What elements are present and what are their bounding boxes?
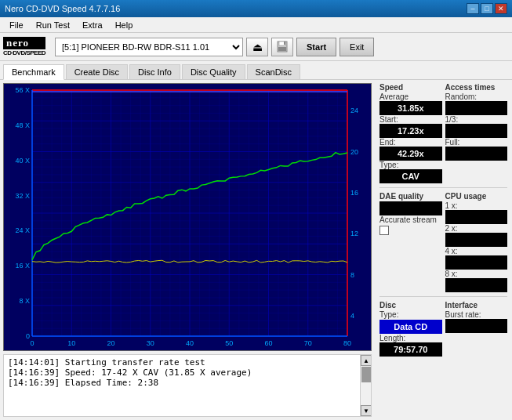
random-label: Random: xyxy=(445,92,508,101)
window-controls: – □ ✕ xyxy=(467,3,507,14)
disc-label: Disc xyxy=(379,301,442,310)
x1-value xyxy=(445,210,508,224)
speed-access-row: Speed Average 31.85x Start: 17.23x End: … xyxy=(379,83,507,183)
close-button[interactable]: ✕ xyxy=(495,3,507,14)
end-label: End: xyxy=(379,138,442,147)
disc-type-label: Type: xyxy=(379,310,442,319)
start-label: Start: xyxy=(379,115,442,124)
nero-logo: nero CD·DVD/SPEED xyxy=(3,37,45,56)
log-scroll-thumb[interactable] xyxy=(361,367,371,382)
one-third-label: 1/3: xyxy=(445,115,508,124)
tab-benchmark[interactable]: Benchmark xyxy=(3,64,64,80)
tab-disc-info[interactable]: Disc Info xyxy=(129,64,180,79)
x4-value xyxy=(445,255,508,270)
log-scroll-up[interactable]: ▲ xyxy=(361,355,372,366)
log-scrollbar: ▲ ▼ xyxy=(360,355,371,416)
log-text: [14:14:01] Starting transfer rate test [… xyxy=(4,355,360,416)
divider-1 xyxy=(379,187,507,188)
disc-type-value: Data CD xyxy=(379,320,442,334)
cpu-col: CPU usage 1 x: 2 x: 4 x: 8 x: xyxy=(445,192,508,292)
tab-create-disc[interactable]: Create Disc xyxy=(66,64,128,79)
start-button[interactable]: Start xyxy=(296,38,336,56)
x8-label: 8 x: xyxy=(445,270,508,278)
disc-length-value: 79:57.70 xyxy=(379,342,442,357)
tab-scan-disc[interactable]: ScanDisc xyxy=(247,64,300,79)
average-label: Average xyxy=(379,92,442,101)
interface-col: Interface Burst rate: xyxy=(445,301,508,357)
start-value: 17.23x xyxy=(379,124,442,138)
speed-col: Speed Average 31.85x Start: 17.23x End: … xyxy=(379,83,442,183)
accurate-stream-checkbox[interactable] xyxy=(379,226,389,235)
access-label: Access times xyxy=(445,83,508,92)
interface-label: Interface xyxy=(445,301,508,310)
tab-bar: Benchmark Create Disc Disc Info Disc Qua… xyxy=(0,61,512,80)
random-value xyxy=(445,101,508,115)
log-scroll-track xyxy=(361,366,371,405)
nero-logo-text: nero xyxy=(3,37,45,49)
svg-rect-2 xyxy=(278,47,286,51)
log-line: [14:16:39] Elapsed Time: 2:38 xyxy=(8,378,356,388)
drive-selector[interactable]: [5:1] PIONEER BD-RW BDR-S11 1.01 xyxy=(55,38,243,56)
dae-label: DAE quality xyxy=(379,192,442,201)
exit-button[interactable]: Exit xyxy=(340,38,374,56)
save-button[interactable] xyxy=(271,38,293,56)
type-label: Type: xyxy=(379,161,442,169)
disc-length-label: Length: xyxy=(379,334,442,342)
access-times-col: Access times Random: 1/3: Full: xyxy=(445,83,508,183)
minimize-button[interactable]: – xyxy=(467,3,479,14)
burst-value xyxy=(445,319,508,333)
toolbar: nero CD·DVD/SPEED [5:1] PIONEER BD-RW BD… xyxy=(0,33,512,61)
x1-label: 1 x: xyxy=(445,201,508,210)
dae-col: DAE quality Accurate stream xyxy=(379,192,442,292)
disc-col: Disc Type: Data CD Length: 79:57.70 xyxy=(379,301,442,357)
cpu-label: CPU usage xyxy=(445,192,508,201)
right-panel: Speed Average 31.85x Start: 17.23x End: … xyxy=(375,80,512,420)
log-line: [14:16:39] Speed: 17-42 X CAV (31.85 X a… xyxy=(8,368,356,378)
speed-chart xyxy=(4,84,372,351)
accurate-stream-label: Accurate stream xyxy=(379,215,442,224)
divider-2 xyxy=(379,296,507,297)
maximize-button[interactable]: □ xyxy=(481,3,493,14)
accurate-stream-row xyxy=(379,226,442,235)
title-bar: Nero CD-DVD Speed 4.7.7.16 – □ ✕ xyxy=(0,0,512,17)
disc-interface-row: Disc Type: Data CD Length: 79:57.70 Inte… xyxy=(379,301,507,357)
type-value: CAV xyxy=(379,169,442,183)
dae-value xyxy=(379,201,442,215)
x2-label: 2 x: xyxy=(445,224,508,233)
menu-help[interactable]: Help xyxy=(109,19,140,31)
full-label: Full: xyxy=(445,138,508,147)
eject-button[interactable]: ⏏ xyxy=(246,38,268,56)
end-value: 42.29x xyxy=(379,147,442,161)
svg-rect-3 xyxy=(284,42,285,45)
speed-label: Speed xyxy=(379,83,442,92)
chart-container xyxy=(3,83,372,351)
menu-run-test[interactable]: Run Test xyxy=(30,19,76,31)
main-content: [14:14:01] Starting transfer rate test [… xyxy=(0,80,512,420)
cpu-usage-row: DAE quality Accurate stream CPU usage 1 … xyxy=(379,192,507,292)
nero-logo-subtitle: CD·DVD/SPEED xyxy=(3,49,45,56)
chart-area: [14:14:01] Starting transfer rate test [… xyxy=(0,80,375,420)
log-line: [14:14:01] Starting transfer rate test xyxy=(8,357,356,368)
x2-value xyxy=(445,233,508,247)
x8-value xyxy=(445,278,508,292)
burst-label: Burst rate: xyxy=(445,310,508,319)
log-area: [14:14:01] Starting transfer rate test [… xyxy=(3,354,372,417)
menu-extra[interactable]: Extra xyxy=(76,19,109,31)
menu-bar: File Run Test Extra Help xyxy=(0,17,512,33)
window-title: Nero CD-DVD Speed 4.7.7.16 xyxy=(5,4,467,13)
log-scroll-down[interactable]: ▼ xyxy=(361,405,372,416)
full-value xyxy=(445,147,508,161)
x4-label: 4 x: xyxy=(445,247,508,255)
tab-disc-quality[interactable]: Disc Quality xyxy=(182,64,245,79)
one-third-value xyxy=(445,124,508,138)
average-value: 31.85x xyxy=(379,101,442,115)
menu-file[interactable]: File xyxy=(3,19,30,31)
